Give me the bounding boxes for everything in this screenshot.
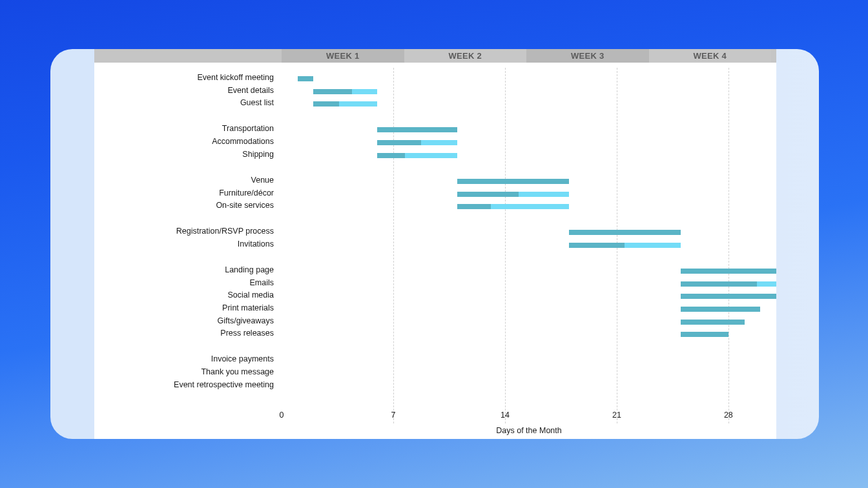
task-label: Venue (93, 176, 275, 185)
gantt-bar-complete (681, 269, 776, 274)
task-label: Emails (93, 278, 275, 287)
gantt-bar-remaining (352, 89, 378, 94)
task-label: Invoice payments (93, 354, 275, 363)
gantt-bar (681, 320, 745, 325)
gantt-bar (377, 140, 457, 145)
gantt-bar-complete (298, 76, 314, 81)
gantt-bar-complete (681, 332, 728, 337)
task-label: Landing page (93, 265, 275, 274)
task-label: Gifts/giveaways (93, 316, 275, 325)
week-header-4: WEEK 4 (649, 49, 772, 63)
task-label: Accommodations (93, 137, 275, 146)
week-header-1: WEEK 1 (282, 49, 404, 63)
x-tick-14: 14 (501, 411, 510, 420)
gantt-bar (457, 179, 569, 184)
gantt-bar (681, 332, 728, 337)
gantt-bar-complete (377, 153, 405, 158)
task-label: Press releases (93, 329, 275, 338)
gantt-bar (569, 243, 681, 248)
x-tick-0: 0 (280, 411, 284, 420)
gantt-bar-complete (457, 192, 519, 197)
gantt-bar-complete (313, 89, 351, 94)
week-header-2: WEEK 2 (404, 49, 527, 63)
task-label: Social media (93, 290, 275, 300)
task-label: Event kickoff meeting (93, 73, 275, 82)
gantt-bar-complete (681, 294, 776, 299)
task-label: Registration/RSVP process (93, 227, 275, 236)
gantt-bar-complete (681, 320, 745, 325)
gridline-day-7 (393, 68, 394, 423)
gantt-bar-complete (457, 179, 569, 184)
task-label: Furniture/décor (93, 188, 275, 198)
gantt-bar (457, 204, 569, 209)
gridline-day-14 (505, 68, 506, 423)
chart-area: WEEK 1 WEEK 2 WEEK 3 WEEK 4 Event kickof… (94, 49, 776, 439)
x-tick-28: 28 (724, 411, 733, 420)
gantt-bar (681, 307, 761, 312)
gantt-bar (457, 192, 569, 197)
task-label: Invitations (93, 239, 275, 249)
chart-card: WEEK 1 WEEK 2 WEEK 3 WEEK 4 Event kickof… (50, 49, 819, 439)
gantt-bar-remaining (421, 140, 457, 145)
task-label: Shipping (93, 150, 275, 159)
gantt-bar (681, 294, 776, 299)
week-header-3: WEEK 3 (526, 49, 649, 63)
x-tick-21: 21 (612, 411, 621, 420)
gantt-bar (681, 269, 776, 274)
gantt-bar-remaining (625, 243, 680, 248)
task-label: Event retrospective meeting (93, 380, 275, 389)
gantt-bar (298, 76, 314, 81)
task-label: Guest list (93, 98, 275, 107)
gantt-bar-remaining (339, 101, 377, 107)
task-label: Print materials (93, 303, 275, 312)
gantt-bar (313, 101, 377, 107)
x-tick-7: 7 (391, 411, 395, 420)
gantt-bar-complete (377, 127, 457, 132)
task-label: Transportation (93, 124, 275, 133)
gantt-bar (377, 127, 457, 132)
task-labels-column: Event kickoff meetingEvent detailsGuest … (94, 63, 275, 423)
task-label: Event details (93, 86, 275, 95)
page-background: WEEK 1 WEEK 2 WEEK 3 WEEK 4 Event kickof… (0, 0, 868, 488)
gantt-bar-remaining (405, 153, 457, 158)
gantt-bar-complete (681, 307, 761, 312)
gridline-day-28 (728, 68, 729, 423)
week-header-band: WEEK 1 WEEK 2 WEEK 3 WEEK 4 (94, 49, 776, 63)
gantt-bar (313, 89, 377, 94)
gantt-bar-remaining (757, 281, 776, 287)
gantt-plot-area (282, 63, 776, 423)
x-axis: Days of the Month 07142128 (282, 411, 776, 439)
gantt-bar-remaining (491, 204, 569, 209)
gantt-bar-remaining (519, 192, 569, 197)
gantt-bar (569, 230, 681, 235)
x-axis-label: Days of the Month (282, 426, 776, 435)
gantt-bar-complete (457, 204, 491, 209)
gantt-bar-complete (569, 230, 681, 235)
task-label: On-site services (93, 201, 275, 210)
gantt-bar-complete (681, 281, 758, 287)
gantt-bar-complete (377, 140, 421, 145)
task-label: Thank you message (93, 367, 275, 376)
gantt-bar (377, 153, 457, 158)
gantt-bar-complete (569, 243, 625, 248)
gantt-bar-complete (313, 101, 339, 107)
gantt-bar (681, 281, 776, 287)
